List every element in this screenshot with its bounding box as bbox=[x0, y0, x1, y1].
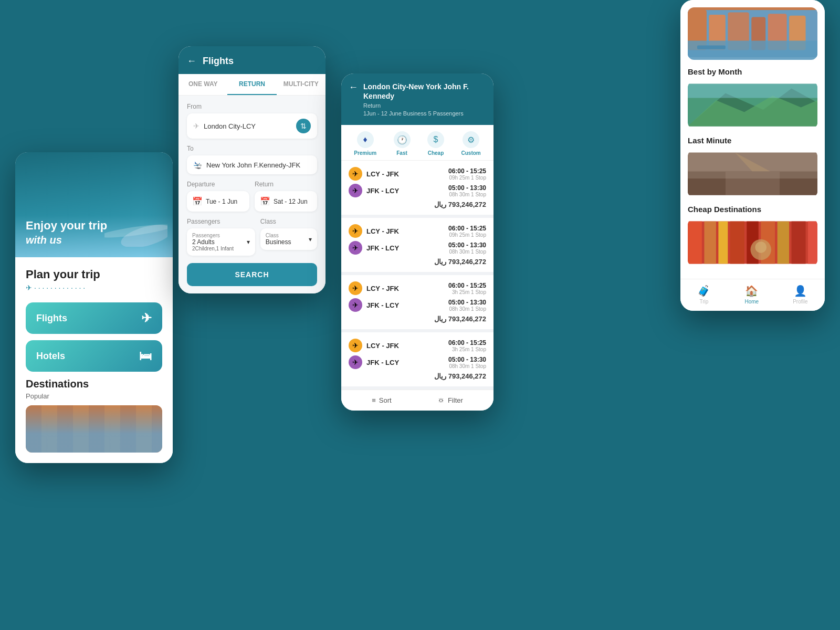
airline-return-2: ✈ JFK - LCY bbox=[349, 241, 399, 255]
flight-row-outbound-3: ✈ LCY - JFK 06:00 - 15:25 3h 25m 1 Stop bbox=[349, 281, 486, 295]
filter-premium[interactable]: ♦ Premium bbox=[354, 131, 376, 156]
passengers-field: Passengers Passengers 2 Adults 2Children… bbox=[187, 218, 255, 256]
destinations-section: Destinations Popular bbox=[26, 378, 162, 453]
filter-tabs: ♦ Premium 🕐 Fast $ Cheap ⚙ Custom bbox=[341, 125, 494, 161]
nav-trip[interactable]: 🧳 Trip bbox=[697, 285, 710, 304]
return-label: Return bbox=[255, 181, 317, 188]
svg-point-33 bbox=[755, 242, 766, 253]
svg-rect-26 bbox=[730, 222, 744, 264]
class-value: Business bbox=[266, 238, 291, 246]
from-value: London City-LCY bbox=[204, 122, 256, 130]
last-minute-title: Last Minute bbox=[688, 136, 817, 145]
departure-label: Departure bbox=[187, 181, 249, 188]
svg-rect-25 bbox=[718, 222, 728, 264]
nav-home-label: Home bbox=[744, 299, 759, 304]
svg-rect-20 bbox=[780, 178, 817, 195]
passengers-label: Passengers bbox=[187, 218, 255, 225]
plane-icon: ✈ bbox=[141, 311, 152, 326]
time-outbound-1: 06:00 - 15:25 09h 25m 1 Stop bbox=[448, 167, 486, 181]
swap-button[interactable]: ⇅ bbox=[296, 119, 311, 133]
phone1-left: Enjoy your trip with us Plan your trip ✈… bbox=[15, 152, 173, 463]
airline-logo-purple-3: ✈ bbox=[349, 298, 362, 312]
calendar-icon: 📅 bbox=[192, 196, 203, 206]
plane-illustration bbox=[104, 205, 167, 247]
flights-button[interactable]: Flights ✈ bbox=[26, 302, 162, 334]
time-return-3: 05:00 - 13:30 08h 30m 1 Stop bbox=[448, 299, 486, 312]
svg-rect-30 bbox=[792, 222, 806, 264]
route-outbound-1: LCY - JFK bbox=[366, 170, 399, 178]
time-outbound-4: 06:00 - 15:25 3h 25m 1 Stop bbox=[448, 339, 486, 352]
calendar-return-icon: 📅 bbox=[260, 196, 270, 206]
top-destination-image bbox=[688, 7, 817, 60]
flight-tabs: ONE WAY RETURN MULTI-CITY bbox=[178, 74, 326, 96]
airline-return-1: ✈ JFK - LCY bbox=[349, 184, 399, 197]
sort-action[interactable]: ≡ Sort bbox=[372, 396, 391, 404]
tab-return[interactable]: RETURN bbox=[227, 74, 276, 95]
diamond-icon: ♦ bbox=[357, 131, 374, 148]
destinations-title: Destinations bbox=[26, 378, 162, 390]
plan-trip-title: Plan your trip bbox=[26, 268, 162, 281]
svg-rect-29 bbox=[778, 222, 789, 264]
flight-price-2: 793,246,272 ریال bbox=[349, 258, 486, 266]
search-button[interactable]: SEARCH bbox=[187, 263, 317, 286]
tab-oneway[interactable]: ONE WAY bbox=[178, 74, 227, 95]
hero-text: Enjoy your trip with us bbox=[26, 219, 107, 247]
departure-value: Tue - 1 Jun bbox=[206, 198, 237, 205]
louvre-svg bbox=[688, 150, 817, 197]
results-sub2: 1Jun - 12 June Business 5 Passengers bbox=[363, 110, 486, 117]
to-label: To bbox=[187, 145, 317, 152]
route-outbound-2: LCY - JFK bbox=[366, 227, 399, 235]
best-by-month-title: Best by Month bbox=[688, 67, 817, 76]
route-outbound-3: LCY - JFK bbox=[366, 285, 399, 292]
tab-multicity[interactable]: MULTI-CITY bbox=[277, 74, 326, 95]
filter-action[interactable]: ⛭ Filter bbox=[438, 396, 463, 404]
hotels-button[interactable]: Hotels 🛏 bbox=[26, 340, 162, 372]
departure-input[interactable]: 📅 Tue - 1 Jun bbox=[187, 191, 249, 212]
phone3-header: ← London City-New York John F. Kennedy R… bbox=[341, 74, 494, 125]
flight-card-3[interactable]: ✈ LCY - JFK 06:00 - 15:25 3h 25m 1 Stop … bbox=[341, 275, 494, 332]
passengers-select[interactable]: Passengers 2 Adults 2Children,1 Infant ▾ bbox=[187, 228, 255, 256]
nav-profile[interactable]: 👤 Profile bbox=[793, 285, 807, 304]
svg-rect-23 bbox=[688, 222, 702, 264]
airline-outbound-4: ✈ LCY - JFK bbox=[349, 339, 399, 352]
flight-list[interactable]: ✈ LCY - JFK 06:00 - 15:25 09h 25m 1 Stop… bbox=[341, 161, 494, 390]
phone1-body: Plan your trip ✈ · · · · · · · · · · · ·… bbox=[15, 257, 173, 463]
filter-label: Filter bbox=[448, 396, 463, 404]
flight-card-2[interactable]: ✈ LCY - JFK 06:00 - 15:25 09h 25m 1 Stop… bbox=[341, 218, 494, 275]
results-footer: ≡ Sort ⛭ Filter bbox=[341, 390, 494, 411]
time-return-2: 05:00 - 13:30 08h 30m 1 Stop bbox=[448, 242, 486, 255]
route-return-3: JFK - LCY bbox=[366, 301, 399, 309]
to-input[interactable]: 🛬 New York John F.Kennedy-JFK bbox=[187, 155, 317, 174]
hero-line2: with us bbox=[26, 234, 62, 246]
flight-card-4[interactable]: ✈ LCY - JFK 06:00 - 15:25 3h 25m 1 Stop … bbox=[341, 332, 494, 390]
phone2-header: ← Flights bbox=[178, 46, 326, 74]
filter-custom[interactable]: ⚙ Custom bbox=[461, 131, 480, 156]
return-field: Return 📅 Sat - 12 Jun bbox=[255, 181, 317, 212]
sort-icon: ≡ bbox=[372, 396, 376, 404]
class-select[interactable]: Class Business ▾ bbox=[260, 228, 317, 250]
flight-card-1[interactable]: ✈ LCY - JFK 06:00 - 15:25 09h 25m 1 Stop… bbox=[341, 161, 494, 218]
time-return-1: 05:00 - 13:30 08h 30m 1 Stop bbox=[448, 184, 486, 197]
results-route-title: London City-New York John F. Kennedy bbox=[363, 82, 486, 101]
filter-cheap[interactable]: $ Cheap bbox=[427, 131, 444, 156]
flight-row-return-4: ✈ JFK - LCY 05:00 - 13:30 08h 30m 1 Stop bbox=[349, 355, 486, 369]
profile-icon: 👤 bbox=[794, 285, 807, 297]
hero-banner: Enjoy your trip with us bbox=[15, 152, 173, 257]
results-back-button[interactable]: ← bbox=[349, 82, 358, 93]
fast-label: Fast bbox=[396, 150, 407, 156]
time-return-4: 05:00 - 13:30 08h 30m 1 Stop bbox=[448, 356, 486, 369]
return-input[interactable]: 📅 Sat - 12 Jun bbox=[255, 191, 317, 212]
hotels-label: Hotels bbox=[36, 351, 65, 362]
back-button[interactable]: ← bbox=[187, 56, 196, 67]
phone4-destinations: Best by Month Last Minute Cheap D bbox=[680, 0, 825, 311]
from-input[interactable]: ✈ London City-LCY ⇅ bbox=[187, 113, 317, 139]
passengers-class-row: Passengers Passengers 2 Adults 2Children… bbox=[187, 218, 317, 256]
last-minute-image bbox=[688, 150, 817, 197]
filter-fast[interactable]: 🕐 Fast bbox=[394, 131, 411, 156]
nav-home[interactable]: 🏠 Home bbox=[744, 285, 759, 304]
hotel-icon: 🛏 bbox=[139, 349, 152, 363]
class-values: Class Business bbox=[266, 233, 291, 246]
svg-rect-19 bbox=[688, 178, 726, 195]
flight-row-outbound-2: ✈ LCY - JFK 06:00 - 15:25 09h 25m 1 Stop bbox=[349, 224, 486, 238]
nav-profile-label: Profile bbox=[793, 299, 807, 304]
